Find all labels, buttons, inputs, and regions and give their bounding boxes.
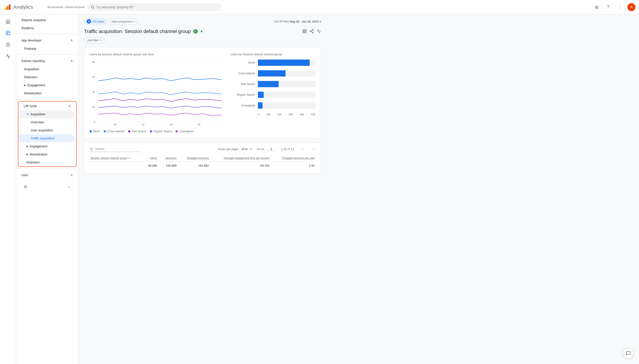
nav-divider-2	[16, 54, 78, 55]
analytics-logo-icon	[4, 3, 12, 11]
bar-label-unassigned: Unassigned	[231, 104, 255, 107]
svg-text:18: 18	[170, 123, 172, 126]
nav-item-firebase[interactable]: Firebase	[16, 44, 77, 53]
breadcrumb-part1: All accounts	[47, 5, 63, 9]
svg-rect-0	[5, 7, 6, 10]
bar-label-organic-search: Organic Search	[231, 93, 255, 96]
legend-dot-unassigned	[175, 130, 178, 132]
sidebar-icon-advertising[interactable]	[3, 51, 14, 62]
bar-fill-unassigned	[258, 102, 262, 108]
sidebar-icon-explore[interactable]	[3, 39, 14, 50]
rows-chevron-down-icon: ▾	[250, 148, 252, 151]
settings-icon[interactable]: ⚙	[22, 183, 30, 191]
col-header-avg-engagement[interactable]: Average engagement time per session	[211, 155, 272, 162]
svg-text:04: 04	[114, 123, 117, 126]
data-table: Session default channel group ▾ + ↓ User…	[88, 155, 317, 170]
pagination-prev-button[interactable]: ‹	[299, 146, 306, 152]
topbar-right: ⊞ ? ⋮ A	[592, 3, 635, 11]
sidebar-icon-reports[interactable]	[3, 28, 14, 38]
nav-item-lc-acquisition[interactable]: ▼Acquisition	[18, 110, 74, 118]
col-header-users[interactable]: ↓ Users	[142, 155, 160, 162]
plus-icon-filter: +	[100, 38, 101, 42]
sort-icon-channel: ▾	[127, 156, 129, 160]
legend-dot-paid-search	[128, 130, 130, 132]
nav-section-user[interactable]: User ∧	[16, 170, 78, 179]
date-range-picker[interactable]: Last 28 days May 30 - Jun 26, 2023 ▾	[274, 20, 321, 23]
insights-icon[interactable]	[316, 29, 321, 34]
cell-users-totals: 84,895	[142, 162, 160, 170]
go-to-input[interactable]	[267, 147, 275, 151]
bar-fill-cross-network	[258, 70, 285, 76]
pagination-next-button[interactable]: ›	[311, 146, 317, 152]
sidebar-icon-home[interactable]	[3, 16, 14, 27]
nav-item-lc-engagement[interactable]: ▶Engagement	[18, 142, 74, 150]
help-icon[interactable]: ?	[604, 3, 612, 11]
svg-text:Jun: Jun	[155, 126, 159, 126]
nav-item-realtime[interactable]: Realtime	[16, 24, 77, 32]
nav-item-lc-traffic-acquisition[interactable]: Traffic acquisition	[18, 134, 74, 142]
nav-item-lc-retention[interactable]: Retention	[18, 158, 74, 166]
nav-item-lc-user-acquisition[interactable]: User acquisition	[18, 126, 74, 134]
topbar: Analytics All accounts › Demo Account ⊞ …	[0, 0, 639, 14]
svg-rect-1	[7, 6, 8, 10]
chevron-down-icon: ▾	[320, 20, 321, 23]
svg-point-13	[312, 29, 313, 30]
table-search[interactable]	[88, 146, 141, 152]
col-header-engaged-sessions[interactable]: Engaged sessions	[179, 155, 211, 162]
status-check-icon: ✓	[193, 29, 198, 34]
nav-item-lc-monetization[interactable]: ▶Monetization	[18, 150, 74, 158]
nav-section-games-reporting[interactable]: Games reporting ∧	[16, 56, 78, 65]
nav-item-games-acquisition[interactable]: Acquisition	[16, 65, 77, 73]
search-bar[interactable]	[87, 3, 221, 11]
bar-chart-title: Users by Session default channel group	[231, 53, 315, 56]
nav-divider-3	[16, 99, 78, 99]
logo-text: Analytics	[14, 4, 33, 10]
lifecycle-highlight-box: Life cycle ∧ ▼Acquisition Overview User …	[18, 101, 77, 167]
legend-organic-search: Organic Search	[150, 130, 172, 133]
users-filter: A All Users Add comparison +	[84, 18, 138, 25]
grid-icon[interactable]: ⊞	[592, 3, 601, 11]
chat-icon	[626, 351, 631, 356]
table-search-input[interactable]	[95, 147, 140, 150]
nav-section-lifecycle[interactable]: Life cycle ∧	[18, 102, 76, 110]
add-comparison-button[interactable]: Add comparison +	[109, 18, 138, 25]
svg-rect-10	[305, 30, 306, 31]
col-header-engaged-per-user[interactable]: Engaged sessions per user	[272, 155, 317, 162]
customize-report-icon[interactable]	[302, 29, 307, 34]
all-users-badge[interactable]: A All Users	[84, 18, 107, 25]
nav-item-games-retention[interactable]: Retention	[16, 73, 77, 81]
svg-text:4K: 4K	[92, 61, 95, 63]
collapse-sidebar-icon[interactable]: ‹	[65, 183, 73, 191]
chart-legend: Direct Cross-network Paid Search Organic…	[90, 130, 223, 133]
col-header-channel[interactable]: Session default channel group ▾ +	[88, 155, 142, 162]
svg-rect-2	[9, 4, 10, 10]
nav-section-app-developer[interactable]: App developer ∧	[16, 36, 78, 44]
bar-row-organic-search: Organic Search	[231, 92, 315, 98]
search-input[interactable]	[96, 5, 217, 9]
col-header-sessions[interactable]: Sessions	[160, 155, 179, 162]
avatar[interactable]: A	[627, 3, 635, 11]
add-filter-button[interactable]: Add filter +	[84, 37, 105, 44]
bar-x-labels: 0 10K 20K 30K 40K 50K	[258, 113, 315, 116]
svg-text:1K: 1K	[92, 106, 95, 108]
share-icon[interactable]	[309, 29, 314, 34]
nav-divider-4	[16, 168, 78, 169]
breadcrumb-part2: Demo Account	[66, 5, 85, 9]
legend-dot-direct	[90, 130, 92, 132]
feedback-button[interactable]	[623, 348, 634, 359]
nav-item-lc-overview[interactable]: Overview	[18, 118, 74, 126]
dropdown-icon[interactable]: ▾	[200, 29, 202, 34]
plus-icon: +	[133, 20, 135, 23]
nav-item-reports-snapshot[interactable]: Reports snapshot	[16, 16, 77, 24]
svg-line-16	[311, 32, 312, 32]
nav-item-games-engagement[interactable]: ▶Engagement	[16, 81, 77, 89]
more-options-icon[interactable]: ⋮	[616, 3, 624, 11]
bar-row-cross-network: Cross-network	[231, 70, 315, 76]
bar-row-unassigned: Unassigned	[231, 102, 315, 108]
layout: Reports snapshot Realtime App developer …	[0, 14, 327, 364]
rows-per-page-select[interactable]: 10 25 50	[240, 147, 248, 151]
add-col-icon[interactable]: +	[130, 156, 131, 160]
nav-item-games-monetization[interactable]: Monetization	[16, 89, 77, 97]
bar-chart-section: Users by Session default channel group D…	[231, 53, 315, 133]
chevron-up-icon: ∧	[70, 38, 73, 42]
